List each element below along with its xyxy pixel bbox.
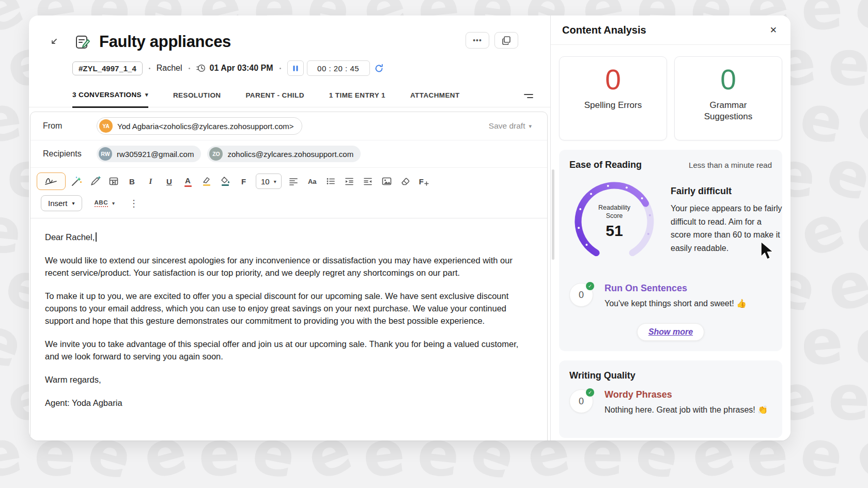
ticket-meta-row: #ZYL_4997_1_4 Rachel 01 Apr 03:40 PM 00 … <box>72 60 385 76</box>
tab-parent-child[interactable]: PARENT - CHILD <box>245 91 304 107</box>
email-paragraph: To make it up to you, we are excited to … <box>45 290 530 327</box>
indent-button[interactable] <box>342 174 358 189</box>
clock-icon <box>196 64 206 73</box>
recipient-chip[interactable]: RW rw305921@gmail.com <box>97 146 201 162</box>
align-button[interactable] <box>286 174 302 189</box>
timer-display: 00 : 20 : 45 <box>307 60 370 76</box>
wordy-phrases-row: 0 ✓ Wordy Phrases Nothing here. Great jo… <box>569 389 772 416</box>
ticket-header: Faulty appliances ••• <box>47 27 537 57</box>
recipient-chip[interactable]: ZO zoholics@zylcares.zohosupport.com <box>207 146 361 162</box>
from-row: From YA Yod Agbaria<zoholics@zylcares.zo… <box>30 112 547 140</box>
spelling-errors-card[interactable]: 0 Spelling Errors <box>559 56 667 140</box>
wordy-count-badge: 0 ✓ <box>569 389 593 413</box>
font-family-button[interactable]: F <box>236 174 252 189</box>
email-composer: From YA Yod Agbaria<zoholics@zylcares.zo… <box>30 112 548 440</box>
dots-vertical-icon: ⋮ <box>129 198 138 209</box>
email-paragraph: Dear Rachel, <box>45 231 530 243</box>
from-label: From <box>43 121 97 131</box>
wordy-count: 0 <box>579 396 584 407</box>
lines-icon <box>522 92 534 100</box>
grammar-suggestions-card[interactable]: 0 Grammar Suggestions <box>674 56 782 140</box>
underline-button[interactable]: U <box>161 174 177 189</box>
avatar: RW <box>99 147 112 161</box>
ticket-window: Faulty appliances ••• #ZYL_4997_1_4 Rach… <box>29 15 791 440</box>
email-body-editor[interactable]: Dear Rachel, We would like to extend our… <box>30 218 547 425</box>
outdent-button[interactable] <box>360 174 376 189</box>
pause-icon <box>292 65 299 72</box>
readability-description: Your piece appears to be fairly difficul… <box>671 202 782 255</box>
email-paragraph: Warm regards, <box>45 373 530 386</box>
tab-label: 3 CONVERSATIONS <box>72 91 142 99</box>
compose-document-icon <box>74 34 91 50</box>
datetime-text: 01 Apr 03:40 PM <box>210 64 273 73</box>
more-tools-button[interactable]: ⋮ <box>127 198 141 209</box>
layers-icon <box>501 35 512 45</box>
created-datetime: 01 Apr 03:40 PM <box>196 64 273 73</box>
collapse-window-icon[interactable] <box>47 35 61 49</box>
insert-field-button[interactable]: F <box>416 174 432 189</box>
layers-button[interactable] <box>494 32 518 49</box>
tab-attachment[interactable]: ATTACHMENT <box>410 91 460 107</box>
font-size-select[interactable]: 10 ▾ <box>256 174 282 189</box>
paint-bucket-icon <box>221 177 230 184</box>
stat-cards: 0 Spelling Errors 0 Grammar Suggestions <box>559 56 782 140</box>
readability-verdict: Fairly difficult <box>671 186 782 197</box>
clear-format-button[interactable] <box>397 174 413 189</box>
pause-timer-button[interactable] <box>287 60 304 76</box>
format-toolbar: B I U A F 10 ▾ <box>30 168 547 192</box>
insert-image-button[interactable] <box>379 174 395 189</box>
chevron-down-icon: ▾ <box>112 200 115 206</box>
ease-of-reading-card: Ease of Reading Less than a minute read <box>559 150 782 351</box>
highlight-button[interactable] <box>198 174 214 189</box>
ai-assistant-button[interactable] <box>68 174 84 189</box>
bulleted-list-button[interactable] <box>323 174 339 189</box>
separator-dot <box>280 68 281 69</box>
ticket-main: Faulty appliances ••• #ZYL_4997_1_4 Rach… <box>29 15 550 440</box>
contact-name: Rachel <box>157 64 182 73</box>
eraser-icon <box>400 177 410 186</box>
grammar-suggestions-label: Grammar Suggestions <box>675 100 782 123</box>
tab-conversations[interactable]: 3 CONVERSATIONS ▾ <box>72 91 148 108</box>
italic-button[interactable]: I <box>143 174 159 189</box>
chevron-down-icon: ▾ <box>145 91 148 98</box>
tab-overflow-button[interactable] <box>519 91 537 101</box>
reset-timer-button[interactable] <box>373 62 385 74</box>
show-more-button[interactable]: Show more <box>637 323 704 341</box>
signature-icon <box>44 176 58 186</box>
wordy-phrases-title[interactable]: Wordy Phrases <box>605 389 768 400</box>
writing-quality-card: Writing Quality 0 ✓ Wordy Phrases Nothin… <box>559 360 782 438</box>
insert-table-button[interactable] <box>105 174 121 189</box>
close-icon: ✕ <box>770 25 777 35</box>
more-options-button[interactable]: ••• <box>466 32 489 49</box>
magic-wand-icon <box>71 176 82 187</box>
tab-resolution[interactable]: RESOLUTION <box>173 91 221 107</box>
align-left-icon <box>288 177 299 186</box>
close-panel-button[interactable]: ✕ <box>768 23 779 38</box>
avatar: YA <box>99 119 113 133</box>
tab-label: ATTACHMENT <box>410 91 460 99</box>
from-address-chip[interactable]: YA Yod Agbaria<zoholics@zylcares.zohosup… <box>97 117 302 135</box>
panel-scrollbar[interactable] <box>552 169 554 260</box>
ticket-id-badge[interactable]: #ZYL_4997_1_4 <box>72 61 143 75</box>
font-icon: F <box>241 177 246 186</box>
rewrite-button[interactable] <box>87 174 103 189</box>
image-icon <box>381 177 392 186</box>
font-color-button[interactable]: A <box>180 174 196 189</box>
insert-menu-button[interactable]: Insert ▾ <box>41 195 82 211</box>
save-draft-button[interactable]: Save draft ▾ <box>486 121 535 131</box>
plus-icon <box>424 181 429 186</box>
text-case-button[interactable]: Aa <box>304 174 320 189</box>
signature-toggle-button[interactable] <box>37 172 66 190</box>
timer-group: 00 : 20 : 45 <box>287 60 385 76</box>
panel-title: Content Analysis <box>562 24 646 36</box>
pattern-letter: e <box>5 473 51 488</box>
tab-time-entry[interactable]: 1 TIME ENTRY 1 <box>329 91 385 107</box>
bold-button[interactable]: B <box>124 174 140 189</box>
color-bar <box>203 184 210 186</box>
run-on-title[interactable]: Run On Sentences <box>605 283 747 294</box>
fill-color-button[interactable] <box>217 174 233 189</box>
color-bar <box>222 184 229 186</box>
tab-label: 1 TIME ENTRY 1 <box>329 91 385 99</box>
email-paragraph: We invite you to take advantage of this … <box>45 338 530 363</box>
spellcheck-button[interactable]: ABC ▾ <box>91 199 118 208</box>
